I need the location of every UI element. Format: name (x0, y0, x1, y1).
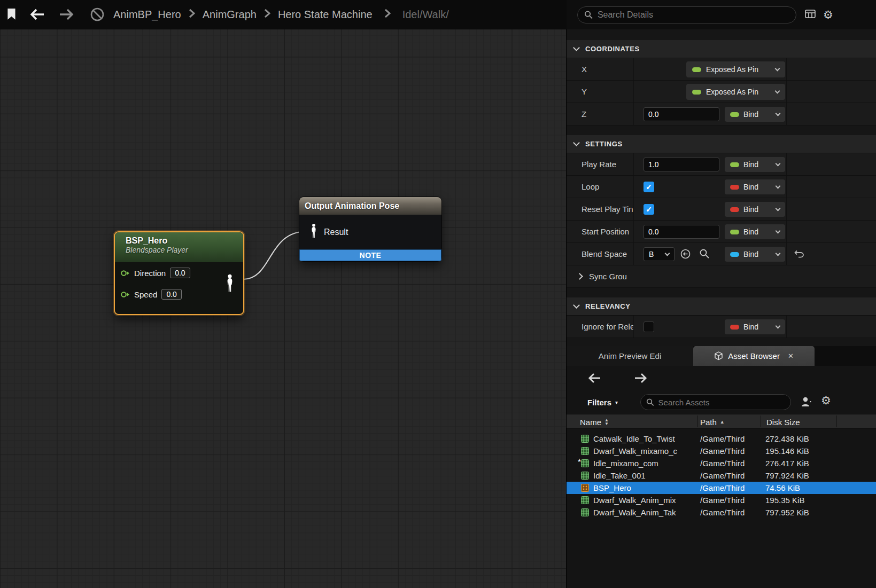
breadcrumb-animgraph[interactable]: AnimGraph (203, 9, 257, 21)
forward-arrow-icon[interactable] (51, 0, 81, 29)
node-output-animation-pose[interactable]: Output Animation Pose Result NOTE (299, 197, 442, 262)
asset-forward-arrow-icon[interactable] (633, 373, 647, 386)
column-header-disk-size[interactable]: Disk Size (766, 414, 800, 429)
section-title: SETTINGS (585, 140, 623, 148)
node-header[interactable]: BSP_Hero Blendspace Player (115, 232, 243, 262)
float-pin-icon[interactable] (120, 269, 130, 277)
chevron-right-icon (576, 273, 583, 280)
pose-output-pin-icon[interactable] (224, 274, 236, 295)
binding-label: Exposed As Pin (706, 88, 771, 96)
start-position-input[interactable] (644, 225, 719, 239)
tab-label: Anim Preview Edi (599, 351, 662, 360)
asset-row[interactable]: Dwarf_Walk_Anim_mix /Game/Third 195.35 K… (567, 494, 876, 506)
float-pin-icon[interactable] (120, 291, 130, 299)
direction-value-field[interactable]: 0.0 (170, 268, 190, 278)
play-rate-bind-dropdown[interactable]: Bind (725, 157, 785, 172)
use-selected-icon[interactable] (680, 248, 691, 262)
pose-input-pin-icon[interactable] (309, 223, 319, 241)
z-bind-dropdown[interactable]: Bind (725, 107, 785, 122)
y-binding-dropdown[interactable]: Exposed As Pin (686, 84, 785, 100)
sort-both-icon: ▲▼ (604, 418, 609, 426)
blend-space-asset-dropdown[interactable]: B (644, 247, 675, 261)
breadcrumb-hero-state-machine[interactable]: Hero State Machine (278, 9, 373, 21)
details-settings-gear-icon[interactable]: ⚙ (823, 9, 833, 21)
pin-label: Speed (134, 290, 157, 299)
asset-row-selected[interactable]: BSP_Hero /Game/Third 74.56 KiB (567, 482, 876, 494)
reset-play-time-checkbox[interactable]: ✓ (644, 204, 654, 215)
start-position-bind-dropdown[interactable]: Bind (725, 224, 785, 239)
node-wire (0, 0, 567, 588)
ignore-for-relevancy-checkbox[interactable] (644, 322, 654, 332)
anim-sequence-icon (581, 508, 589, 516)
node-note-bubble[interactable]: NOTE (299, 249, 441, 261)
breadcrumb-bar: AnimBP_Hero AnimGraph Hero State Machine… (0, 0, 567, 29)
speed-value-field[interactable]: 0.0 (161, 289, 181, 300)
x-binding-dropdown[interactable]: Exposed As Pin (686, 61, 785, 77)
loop-bind-dropdown[interactable]: Bind (725, 179, 785, 194)
loop-checkbox[interactable]: ✓ (644, 182, 654, 192)
row-label: Sync Grou (589, 272, 627, 281)
unreal-animbp-editor: { "icons": { "gear": "⚙", "check": "✓", … (0, 0, 876, 588)
blend-space-bind-dropdown[interactable]: Bind (725, 247, 785, 262)
row-ignore-for-relevancy: Ignore for Rele Bind (567, 316, 876, 338)
binding-pill-icon (730, 185, 739, 190)
z-value-input[interactable] (644, 107, 719, 121)
anim-sequence-icon (581, 435, 589, 443)
section-settings: SETTINGS Play Rate Bind Loop ✓ (567, 135, 876, 288)
bookmark-icon[interactable] (0, 0, 24, 29)
reset-to-default-icon[interactable] (794, 250, 804, 260)
chevron-down-icon (775, 89, 780, 94)
chevron-down-icon (776, 251, 781, 256)
tab-anim-preview-editor[interactable]: Anim Preview Edi (567, 346, 693, 366)
filters-button[interactable]: Filters ▾ (587, 398, 618, 407)
coordinates-section-header[interactable]: COORDINATES (567, 40, 876, 58)
asset-back-arrow-icon[interactable] (588, 373, 602, 386)
row-y: Y Exposed As Pin (567, 81, 876, 103)
back-arrow-icon[interactable] (24, 0, 51, 29)
ignore-bind-dropdown[interactable]: Bind (725, 319, 785, 334)
node-bsp-hero[interactable]: BSP_Hero Blendspace Player Direction 0.0… (114, 231, 244, 315)
asset-search-input[interactable] (658, 398, 785, 407)
browse-to-asset-icon[interactable] (699, 248, 710, 261)
relevancy-section-header[interactable]: RELEVANCY (567, 297, 876, 316)
column-header-path[interactable]: Path ▲ (700, 414, 725, 429)
asset-row[interactable]: ★ Idle_mixamo_com /Game/Third 276.417 Ki… (567, 457, 876, 469)
binding-label: Exposed As Pin (706, 65, 771, 74)
asset-search-box[interactable] (640, 394, 791, 410)
asset-row[interactable]: Idle_Take_001 /Game/Third 797.924 KiB (567, 469, 876, 482)
node-header[interactable]: Output Animation Pose (299, 197, 441, 215)
asset-row[interactable]: Dwarf_Walk_Anim_Tak /Game/Third 797.952 … (567, 506, 876, 519)
binding-label: Bind (743, 205, 772, 214)
play-rate-input[interactable] (644, 158, 719, 171)
row-label: Reset Play Tin (567, 205, 633, 214)
asset-row[interactable]: Catwalk_Idle_To_Twist /Game/Third 272.43… (567, 433, 876, 445)
breadcrumb-idle-walk[interactable]: Idel/Walk/ (402, 9, 449, 21)
details-search-input[interactable] (598, 10, 789, 20)
row-label: Y (567, 87, 633, 96)
settings-section-header[interactable]: SETTINGS (567, 135, 876, 153)
node-subtitle: Blendspace Player (126, 246, 243, 254)
details-search-box[interactable] (577, 6, 796, 23)
no-entry-icon[interactable] (81, 0, 113, 29)
section-title: RELEVANCY (585, 302, 631, 310)
row-loop: Loop ✓ Bind (567, 176, 876, 198)
reset-play-time-bind-dropdown[interactable]: Bind (725, 202, 785, 217)
binding-pill-icon (730, 207, 739, 212)
graph-canvas[interactable]: BSP_Hero Blendspace Player Direction 0.0… (0, 0, 567, 588)
close-icon[interactable]: ✕ (788, 352, 794, 360)
tab-label: Asset Browser (728, 351, 780, 360)
chevron-down-icon (776, 111, 781, 116)
row-sync-group[interactable]: Sync Grou (567, 265, 876, 288)
tab-asset-browser[interactable]: Asset Browser ✕ (693, 346, 815, 366)
anim-sequence-icon (581, 496, 589, 504)
asset-settings-gear-icon[interactable]: ⚙ (821, 394, 831, 407)
column-divider[interactable] (697, 415, 698, 427)
user-icon[interactable] (800, 396, 813, 410)
asset-row[interactable]: Dwarf_Walk_mixamo_c /Game/Third 195.146 … (567, 445, 876, 457)
column-divider[interactable] (761, 415, 761, 427)
display-filter-icon[interactable] (805, 10, 816, 20)
column-divider[interactable] (836, 415, 837, 427)
row-label: X (567, 65, 633, 74)
column-header-name[interactable]: Name ▲▼ (580, 414, 609, 429)
breadcrumb-animbp-hero[interactable]: AnimBP_Hero (113, 9, 181, 21)
